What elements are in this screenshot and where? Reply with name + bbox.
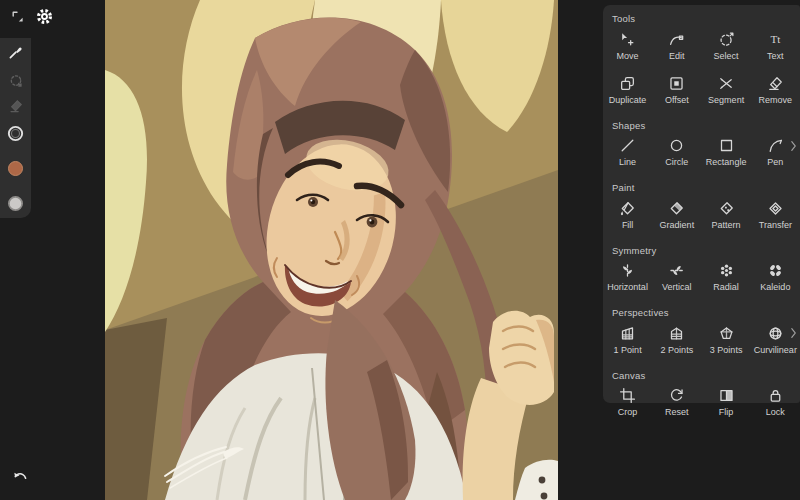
panel-item-text[interactable]: TtText [751, 26, 800, 70]
panel-item-3-points[interactable]: 3 Points [702, 320, 751, 364]
section-header: Canvas [603, 364, 800, 383]
panel-item-label: Vertical [662, 283, 692, 292]
panel-item-label: Select [714, 52, 739, 61]
tools-panel: ToolsMoveEditSelectTtTextDuplicateOffset… [603, 5, 800, 403]
panel-item-edit[interactable]: Edit [652, 26, 701, 70]
lasso-select-tool-icon[interactable] [0, 69, 31, 93]
perspective-1-point-icon [619, 323, 636, 344]
panel-item-label: 2 Points [661, 346, 694, 355]
section-header: Shapes [603, 114, 800, 133]
canvas[interactable] [105, 0, 558, 500]
panel-section-perspectives: Perspectives1 Point2 Points3 PointsCurvi… [603, 301, 800, 364]
panel-section-canvas: CanvasCropResetFlipLock [603, 364, 800, 427]
brush-size-ring-icon[interactable] [0, 121, 31, 145]
pen-icon [767, 135, 784, 156]
section-header: Symmetry [603, 239, 800, 258]
panel-item-label: Segment [708, 96, 744, 105]
panel-item-move[interactable]: Move [603, 26, 652, 70]
gradient-icon [668, 198, 685, 219]
secondary-color-swatch[interactable] [0, 191, 31, 215]
undo-icon[interactable] [8, 464, 32, 488]
panel-item-label: Line [619, 158, 636, 167]
panel-item-label: Reset [665, 408, 689, 417]
panel-item-label: 3 Points [710, 346, 743, 355]
primary-color-swatch[interactable] [0, 156, 31, 180]
brush-tool-icon[interactable] [0, 40, 31, 64]
flip-icon [718, 385, 735, 406]
left-toolbar [0, 38, 31, 218]
curvilinear-icon [767, 323, 784, 344]
panel-item-radial[interactable]: Radial [702, 257, 751, 301]
panel-item-label: Move [617, 52, 639, 61]
move-icon [619, 29, 636, 50]
select-icon [718, 29, 735, 50]
panel-item-label: Transfer [759, 221, 792, 230]
text-icon: Tt [767, 29, 784, 50]
panel-item-pattern[interactable]: Pattern [702, 195, 751, 239]
panel-item-label: Curvilinear [754, 346, 797, 355]
perspective-2-points-icon [668, 323, 685, 344]
section-grid: CropResetFlipLock [603, 382, 800, 426]
panel-item-kaleido[interactable]: Kaleido [751, 257, 800, 301]
panel-item-circle[interactable]: Circle [652, 132, 701, 176]
edit-icon [668, 29, 685, 50]
panel-item-label: Rectangle [706, 158, 747, 167]
panel-item-label: Text [767, 52, 784, 61]
panel-item-remove[interactable]: Remove [751, 70, 800, 114]
transfer-icon [767, 198, 784, 219]
panel-item-label: Edit [669, 52, 685, 61]
panel-item-offset[interactable]: Offset [652, 70, 701, 114]
crop-icon [619, 385, 636, 406]
panel-item-duplicate[interactable]: Duplicate [603, 70, 652, 114]
panel-item-gradient[interactable]: Gradient [652, 195, 701, 239]
panel-item-label: Gradient [660, 221, 695, 230]
panel-item-label: 1 Point [614, 346, 642, 355]
offset-icon [668, 73, 685, 94]
reset-icon [668, 385, 685, 406]
panel-item-line[interactable]: Line [603, 132, 652, 176]
panel-item-1-point[interactable]: 1 Point [603, 320, 652, 364]
panel-item-label: Flip [719, 408, 734, 417]
section-grid: 1 Point2 Points3 PointsCurvilinear [603, 320, 800, 364]
section-grid: LineCircleRectanglePen [603, 132, 800, 176]
panel-item-label: Duplicate [609, 96, 647, 105]
panel-item-label: Crop [618, 408, 638, 417]
panel-item-label: Horizontal [607, 283, 648, 292]
symmetry-horizontal-icon [619, 260, 636, 281]
panel-item-select[interactable]: Select [702, 26, 751, 70]
panel-item-segment[interactable]: Segment [702, 70, 751, 114]
section-header: Paint [603, 176, 800, 195]
panel-item-label: Lock [766, 408, 785, 417]
panel-item-vertical[interactable]: Vertical [652, 257, 701, 301]
panel-item-2-points[interactable]: 2 Points [652, 320, 701, 364]
panel-section-shapes: ShapesLineCircleRectanglePen [603, 114, 800, 177]
gear-icon[interactable] [32, 4, 56, 28]
duplicate-icon [619, 73, 636, 94]
panel-item-flip[interactable]: Flip [702, 382, 751, 426]
panel-item-crop[interactable]: Crop [603, 382, 652, 426]
symmetry-kaleido-icon [767, 260, 784, 281]
symmetry-vertical-icon [668, 260, 685, 281]
section-header: Perspectives [603, 301, 800, 320]
fullscreen-toggle-icon[interactable] [7, 6, 29, 28]
remove-icon [767, 73, 784, 94]
panel-item-label: Circle [665, 158, 688, 167]
chevron-right-icon[interactable] [790, 325, 800, 341]
panel-item-horizontal[interactable]: Horizontal [603, 257, 652, 301]
panel-item-rectangle[interactable]: Rectangle [702, 132, 751, 176]
panel-item-fill[interactable]: Fill [603, 195, 652, 239]
chevron-right-icon[interactable] [790, 138, 800, 154]
artwork-portrait [105, 0, 558, 500]
panel-item-label: Radial [713, 283, 739, 292]
panel-section-symmetry: SymmetryHorizontalVerticalRadialKaleido [603, 239, 800, 302]
line-icon [619, 135, 636, 156]
eraser-tool-icon[interactable] [0, 94, 31, 118]
section-grid: FillGradientPatternTransfer [603, 195, 800, 239]
svg-text:Tt: Tt [770, 33, 781, 45]
panel-item-reset[interactable]: Reset [652, 382, 701, 426]
panel-item-label: Offset [665, 96, 689, 105]
rectangle-icon [718, 135, 735, 156]
panel-item-lock[interactable]: Lock [751, 382, 800, 426]
lock-icon [767, 385, 784, 406]
panel-item-transfer[interactable]: Transfer [751, 195, 800, 239]
